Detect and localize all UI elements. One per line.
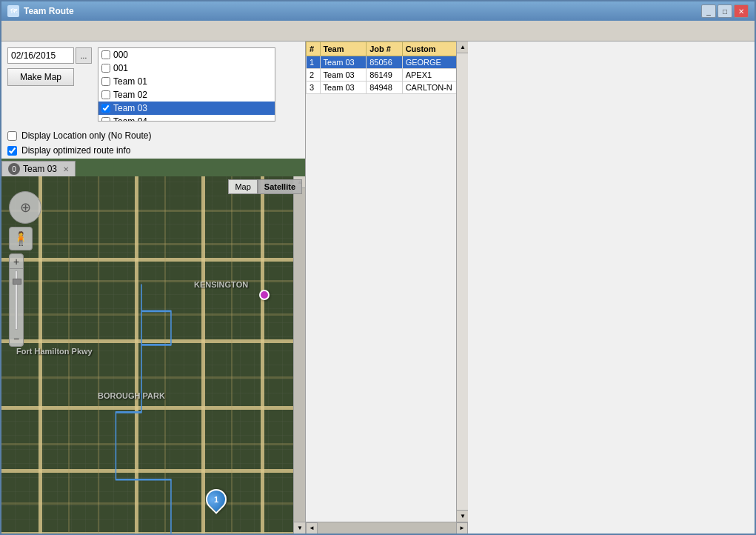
content-area: ... Make Map 000 [1, 41, 755, 534]
team-list[interactable]: 000 001 Team 01 [98, 48, 275, 121]
table-row[interactable]: 1 Team 03 85056 GEORGE [307, 56, 468, 69]
team-checkbox-team03[interactable] [101, 104, 110, 113]
cell-team: Team 03 [320, 82, 367, 94]
map-type-buttons: Map Satellite [228, 179, 302, 194]
table-row[interactable]: 2 Team 03 86149 APEX1 [307, 69, 468, 82]
bottom-scroll-track[interactable] [318, 522, 456, 534]
toolbar [1, 21, 755, 41]
right-scroll-down[interactable]: ▼ [457, 510, 468, 522]
data-table: # Team Job # Custom 1 Team 03 85056 GEOR… [306, 41, 468, 94]
date-input[interactable] [7, 47, 74, 64]
map-controls-left: ⊕ 🧍 + − [9, 191, 41, 347]
street-view-icon[interactable]: 🧍 [9, 227, 33, 250]
team-label-000: 000 [113, 50, 128, 60]
display-location-label: Display Location only (No Route) [21, 130, 151, 141]
right-panel: # Team Job # Custom 1 Team 03 85056 GEOR… [305, 41, 468, 534]
display-optimized-row: Display optimized route info [7, 145, 299, 156]
display-optimized-label: Display optimized route info [21, 145, 130, 156]
title-bar-left: 🗺 Team Route [7, 5, 74, 17]
col-header-job: Job # [367, 42, 402, 56]
pin-bubble-1: 1 [201, 485, 231, 514]
tab-close-icon[interactable]: ✕ [63, 165, 69, 173]
map-container: 0 Team 03 ✕ [1, 159, 305, 534]
route-svg [1, 176, 305, 534]
maximize-button[interactable]: □ [717, 4, 732, 18]
map-tab-bar: 0 Team 03 ✕ [1, 159, 305, 176]
team-label-team03: Team 03 [113, 103, 147, 113]
cell-team: Team 03 [320, 69, 367, 82]
top-controls: ... Make Map 000 [1, 41, 305, 127]
cell-job: 86149 [367, 69, 402, 82]
cell-num: 1 [307, 56, 321, 69]
zoom-thumb[interactable] [13, 279, 21, 285]
col-header-team: Team [320, 42, 367, 56]
team-item-team03[interactable]: Team 03 [98, 102, 275, 115]
left-panel: ... Make Map 000 [1, 41, 305, 534]
team-item-team02[interactable]: Team 02 [98, 88, 275, 102]
date-input-row: ... [7, 47, 92, 64]
team-checkbox-team04[interactable] [101, 117, 110, 121]
bottom-scrollbar: ◄ ► [306, 522, 468, 534]
cell-num: 3 [307, 82, 321, 94]
team-item-001[interactable]: 001 [98, 62, 275, 75]
map-pin-1[interactable]: 1 [206, 489, 227, 510]
team-checkbox-team01[interactable] [101, 77, 110, 86]
map-view[interactable]: KENSINGTON BOROUGH PARK MIDWOOD Brooklyn… [1, 176, 305, 534]
col-header-num: # [307, 42, 321, 56]
team-label-001: 001 [113, 63, 128, 73]
scroll-right-arrow[interactable]: ► [456, 522, 468, 534]
team-checkbox-000[interactable] [101, 50, 110, 59]
scroll-down-arrow[interactable]: ▼ [294, 522, 305, 534]
team-label-team02: Team 02 [113, 90, 147, 100]
title-buttons: _ □ ✕ [701, 4, 749, 18]
map-scrollbar[interactable]: ▲ ▼ [293, 176, 305, 534]
table-header-row: # Team Job # Custom [307, 42, 468, 56]
zoom-track [15, 270, 18, 330]
close-button[interactable]: ✕ [734, 4, 749, 18]
team-checkbox-001[interactable] [101, 64, 110, 73]
right-scroll-up[interactable]: ▲ [457, 41, 468, 53]
table-row[interactable]: 3 Team 03 84948 CARLTON-N [307, 82, 468, 94]
tab-label: Team 03 [23, 164, 57, 174]
make-map-button[interactable]: Make Map [7, 68, 74, 86]
zoom-out-button[interactable]: − [9, 331, 24, 346]
window-title: Team Route [24, 6, 74, 16]
display-optimized-checkbox[interactable] [7, 146, 17, 156]
scroll-left-arrow[interactable]: ◄ [306, 522, 318, 534]
display-location-row: Display Location only (No Route) [7, 130, 299, 141]
team-checkbox-team02[interactable] [101, 90, 110, 99]
team-item-team01[interactable]: Team 01 [98, 75, 275, 88]
map-tab-team03[interactable]: 0 Team 03 ✕ [1, 161, 76, 176]
scroll-track-vertical[interactable] [294, 188, 305, 522]
right-panel-scrollbar[interactable]: ▲ ▼ [456, 41, 468, 522]
cell-job: 84948 [367, 82, 402, 94]
team-label-team04: Team 04 [113, 116, 147, 121]
pin-number-1: 1 [214, 495, 218, 504]
start-dot [259, 290, 270, 300]
map-type-map-button[interactable]: Map [228, 179, 257, 194]
title-bar: 🗺 Team Route _ □ ✕ [1, 1, 755, 21]
start-pin [259, 290, 270, 300]
checkboxes-section: Display Location only (No Route) Display… [1, 127, 305, 159]
team-list-section: 000 001 Team 01 [98, 47, 275, 122]
zoom-in-button[interactable]: + [9, 254, 24, 269]
window-frame: 🗺 Team Route _ □ ✕ ... Make Map [0, 0, 756, 535]
zoom-control: + − [9, 253, 24, 347]
date-browse-button[interactable]: ... [76, 47, 92, 64]
cell-job: 85056 [367, 56, 402, 69]
navigation-circle[interactable]: ⊕ [9, 191, 41, 224]
cell-num: 2 [307, 69, 321, 82]
team-item-000[interactable]: 000 [98, 48, 275, 62]
minimize-button[interactable]: _ [701, 4, 716, 18]
right-panel-content: # Team Job # Custom 1 Team 03 85056 GEOR… [306, 41, 468, 522]
date-section: ... Make Map [7, 47, 92, 86]
team-item-team04[interactable]: Team 04 [98, 115, 275, 121]
right-scroll-track[interactable] [457, 53, 468, 510]
display-location-checkbox[interactable] [7, 131, 17, 141]
app-icon: 🗺 [7, 5, 19, 17]
team-list-container: 000 001 Team 01 [98, 47, 275, 122]
cell-team: Team 03 [320, 56, 367, 69]
tab-number: 0 [8, 163, 20, 175]
map-type-satellite-button[interactable]: Satellite [258, 179, 302, 194]
team-label-team01: Team 01 [113, 76, 147, 87]
